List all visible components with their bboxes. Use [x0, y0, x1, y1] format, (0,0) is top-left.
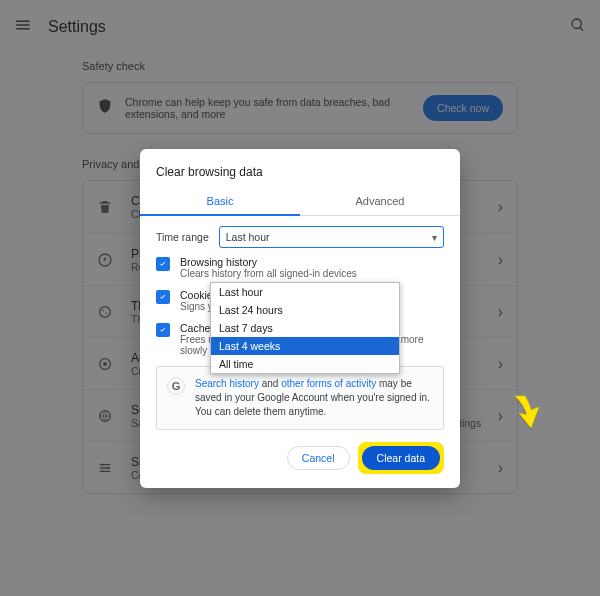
tab-basic[interactable]: Basic	[140, 187, 300, 215]
time-option[interactable]: Last 7 days	[211, 319, 399, 337]
checkbox-checked-icon[interactable]	[156, 257, 170, 271]
time-option[interactable]: All time	[211, 355, 399, 373]
time-range-value: Last hour	[226, 231, 270, 243]
time-range-dropdown: Last hourLast 24 hoursLast 7 daysLast 4 …	[210, 282, 400, 374]
clear-data-button[interactable]: Clear data	[362, 446, 440, 470]
cancel-button[interactable]: Cancel	[287, 446, 350, 470]
time-range-select[interactable]: Last hour ▾	[219, 226, 444, 248]
option-browsing-history[interactable]: Browsing historyClears history from all …	[156, 256, 444, 279]
chevron-down-icon: ▾	[432, 232, 437, 243]
dialog-body: Time range Last hour ▾ Last hourLast 24 …	[140, 216, 460, 430]
google-g-icon: G	[167, 377, 185, 395]
link-other-activity[interactable]: other forms of activity	[281, 378, 376, 389]
dialog-actions: Cancel Clear data	[140, 442, 460, 474]
time-option[interactable]: Last 4 weeks	[211, 337, 399, 355]
time-option[interactable]: Last 24 hours	[211, 301, 399, 319]
time-option[interactable]: Last hour	[211, 283, 399, 301]
dialog-title: Clear browsing data	[140, 149, 460, 187]
tab-advanced[interactable]: Advanced	[300, 187, 460, 215]
highlight-annotation: Clear data	[358, 442, 444, 474]
checkbox-checked-icon[interactable]	[156, 323, 170, 337]
dialog-tabs: Basic Advanced	[140, 187, 460, 216]
link-search-history[interactable]: Search history	[195, 378, 259, 389]
time-range-label: Time range	[156, 231, 209, 243]
google-account-info: G Search history and other forms of acti…	[156, 366, 444, 430]
clear-browsing-data-dialog: Clear browsing data Basic Advanced Time …	[140, 149, 460, 488]
checkbox-checked-icon[interactable]	[156, 290, 170, 304]
